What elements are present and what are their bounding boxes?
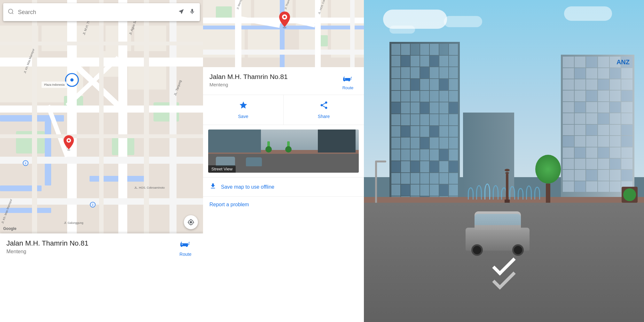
svg-rect-36 [99, 0, 104, 233]
share-icon [319, 101, 328, 112]
location-name: Jalan M.H. Thamrin No.81 [6, 239, 174, 247]
car-icon [179, 239, 192, 250]
svg-rect-34 [32, 0, 37, 233]
search-bar [3, 3, 200, 21]
route-directions-icon[interactable] [178, 8, 185, 16]
detail-car-icon [342, 74, 354, 85]
gps-button[interactable] [184, 215, 198, 229]
large-tree-right [535, 155, 561, 203]
svg-line-1 [12, 12, 13, 14]
star-icon [239, 101, 248, 112]
svg-point-79 [284, 16, 286, 18]
anz-building: ANZ [561, 55, 634, 209]
left-map[interactable]: i i Plaza Indonesia Jl. M.H. Thamrin Jl.… [0, 0, 203, 233]
svg-text:JL. HOS. Cokroaminoto: JL. HOS. Cokroaminoto [134, 186, 165, 189]
share-label: Share [318, 114, 330, 119]
svg-rect-4 [42, 26, 67, 51]
street-view-section: Street View [203, 125, 364, 177]
save-label: Save [238, 114, 248, 119]
svg-rect-72 [350, 0, 355, 67]
offline-text: Save map to use offline [221, 184, 274, 190]
report-text: Report a problem [209, 202, 249, 207]
detail-location-sub: Menteng [209, 82, 288, 87]
mid-detail-card: Jalan M.H. Thamrin No.81 Menteng Route [203, 67, 364, 322]
action-row: Save Share [203, 95, 364, 125]
left-bottom-card: Jalan M.H. Thamrin No.81 Menteng Route [0, 233, 203, 322]
svg-point-80 [283, 27, 287, 28]
offline-row[interactable]: Save map to use offline [203, 177, 364, 197]
svg-rect-69 [203, 50, 364, 55]
svg-text:Jl. Galunggung: Jl. Galunggung [64, 221, 83, 224]
route-label: Route [179, 252, 191, 257]
svg-rect-70 [235, 0, 241, 67]
main-skyscraper [389, 42, 460, 209]
detail-location-name: Jalan M.H. Thamrin No.81 [209, 73, 288, 81]
share-button[interactable]: Share [283, 95, 364, 125]
report-row[interactable]: Report a problem [203, 197, 364, 213]
svg-text:Plaza Indonesia: Plaza Indonesia [44, 83, 65, 86]
detail-location-info: Jalan M.H. Thamrin No.81 Menteng [209, 73, 288, 87]
svg-rect-18 [45, 122, 51, 185]
svg-rect-35 [144, 0, 149, 233]
location-subtext: Menteng [6, 249, 174, 255]
svg-text:i: i [92, 203, 93, 207]
svg-text:i: i [25, 162, 26, 165]
svg-point-0 [9, 9, 13, 13]
svg-rect-7 [134, 26, 166, 51]
middle-panel: JL. HOS. Cokroaminoto Jl. Mansyur Jl. Th… [203, 0, 364, 322]
nav-chevrons [493, 258, 515, 283]
detail-route-button[interactable]: Route [338, 73, 357, 90]
left-panel: i i Plaza Indonesia Jl. M.H. Thamrin Jl.… [0, 0, 203, 322]
cloud-2 [564, 6, 612, 21]
svg-point-53 [68, 139, 70, 141]
detail-route-label: Route [342, 85, 354, 90]
mid-map[interactable]: JL. HOS. Cokroaminoto Jl. Mansyur Jl. Th… [203, 0, 364, 67]
save-button[interactable]: Save [203, 95, 283, 125]
anz-label: ANZ [617, 59, 630, 66]
lamppost-left [375, 161, 377, 203]
search-input[interactable] [18, 9, 178, 16]
monument [505, 169, 510, 203]
svg-rect-67 [280, 0, 285, 67]
search-icon [8, 8, 14, 16]
street-view-scene: ANZ [364, 0, 644, 322]
svg-point-38 [70, 78, 74, 82]
google-logo: Google [3, 226, 16, 231]
street-view-thumbnail[interactable]: Street View [208, 130, 359, 173]
route-button[interactable]: Route [174, 239, 197, 257]
svg-point-54 [67, 149, 70, 151]
right-panel-street-view[interactable]: ANZ [364, 0, 644, 322]
foreground-car [466, 219, 530, 258]
detail-header: Jalan M.H. Thamrin No.81 Menteng Route [203, 67, 364, 95]
microphone-icon[interactable] [189, 8, 195, 16]
location-info: Jalan M.H. Thamrin No.81 Menteng [6, 239, 174, 255]
planter-right [622, 187, 638, 203]
street-view-label: Street View [208, 165, 236, 173]
download-icon [209, 183, 216, 191]
svg-rect-64 [216, 6, 232, 19]
